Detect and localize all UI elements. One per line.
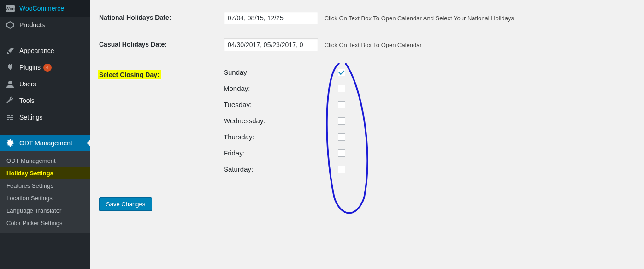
brush-icon bbox=[6, 46, 15, 55]
sidebar-item-appearance[interactable]: Appearance bbox=[0, 42, 90, 59]
sidebar-item-woocommerce[interactable]: Woo WooCommerce bbox=[0, 0, 90, 17]
woo-icon: Woo bbox=[6, 4, 15, 13]
menu-label: Settings bbox=[19, 114, 43, 121]
odt-submenu: ODT Management Holiday Settings Features… bbox=[0, 151, 90, 233]
submenu-language-translator[interactable]: Language Translator bbox=[0, 204, 90, 217]
submenu-location-settings[interactable]: Location Settings bbox=[0, 192, 90, 204]
day-tuesday-checkbox[interactable] bbox=[338, 101, 345, 108]
day-friday-checkbox[interactable] bbox=[338, 149, 345, 157]
casual-holidays-label: Casual Holidays Date: bbox=[99, 41, 167, 48]
user-icon bbox=[6, 79, 15, 89]
day-tuesday-label: Tuesday: bbox=[224, 101, 338, 108]
day-sunday-checkbox[interactable] bbox=[338, 69, 345, 76]
sidebar-item-users[interactable]: Users bbox=[0, 76, 90, 92]
menu-label: Products bbox=[19, 21, 45, 29]
menu-label: Plugins bbox=[19, 64, 41, 71]
national-holidays-input[interactable] bbox=[224, 12, 318, 24]
menu-label: Users bbox=[19, 80, 36, 88]
sidebar-item-settings[interactable]: Settings bbox=[0, 109, 90, 126]
sidebar-item-products[interactable]: Products bbox=[0, 17, 90, 33]
submenu-color-picker-settings[interactable]: Color Picker Settings bbox=[0, 217, 90, 229]
menu-label: Appearance bbox=[19, 47, 54, 54]
svg-text:Woo: Woo bbox=[6, 6, 15, 11]
submenu-features-settings[interactable]: Features Settings bbox=[0, 179, 90, 192]
day-monday-label: Monday: bbox=[224, 84, 338, 92]
day-thursday-label: Thursday: bbox=[224, 133, 338, 141]
day-wednesday-label: Wednessday: bbox=[224, 117, 338, 125]
day-wednesday-checkbox[interactable] bbox=[338, 117, 345, 125]
sidebar-item-odt-management[interactable]: ODT Management bbox=[0, 135, 90, 151]
national-holidays-hint: Click On Text Box To Open Calendar And S… bbox=[325, 15, 514, 22]
admin-sidebar: Woo WooCommerce Products Appearance Plug… bbox=[0, 0, 90, 269]
submenu-odt-management[interactable]: ODT Management bbox=[0, 155, 90, 167]
menu-label: WooCommerce bbox=[19, 5, 64, 12]
plugin-update-badge: 4 bbox=[43, 64, 52, 72]
svg-point-2 bbox=[8, 81, 12, 84]
national-holidays-label: National Holidays Date: bbox=[99, 14, 171, 21]
casual-holidays-input[interactable] bbox=[224, 38, 318, 51]
gear-icon bbox=[6, 138, 15, 148]
menu-label: ODT Management bbox=[19, 139, 72, 147]
wrench-icon bbox=[6, 96, 15, 105]
menu-label: Tools bbox=[19, 97, 35, 104]
submenu-holiday-settings[interactable]: Holiday Settings bbox=[0, 167, 90, 179]
day-saturday-label: Saturday: bbox=[224, 165, 338, 173]
main-content: National Holidays Date: Click On Text Bo… bbox=[90, 0, 644, 269]
day-monday-checkbox[interactable] bbox=[338, 85, 345, 92]
closing-day-label: Select Closing Day: bbox=[98, 70, 161, 79]
plug-icon bbox=[6, 63, 15, 72]
sliders-icon bbox=[6, 113, 15, 122]
day-friday-label: Friday: bbox=[224, 149, 338, 157]
day-saturday-checkbox[interactable] bbox=[338, 166, 345, 173]
sidebar-item-tools[interactable]: Tools bbox=[0, 92, 90, 109]
box-icon bbox=[6, 20, 15, 30]
day-sunday-label: Sunday: bbox=[224, 68, 338, 76]
save-button[interactable]: Save Changes bbox=[99, 197, 152, 211]
day-thursday-checkbox[interactable] bbox=[338, 133, 345, 141]
casual-holidays-hint: Click On Text Box To Open Calendar bbox=[325, 42, 422, 48]
sidebar-item-plugins[interactable]: Plugins 4 bbox=[0, 59, 90, 76]
